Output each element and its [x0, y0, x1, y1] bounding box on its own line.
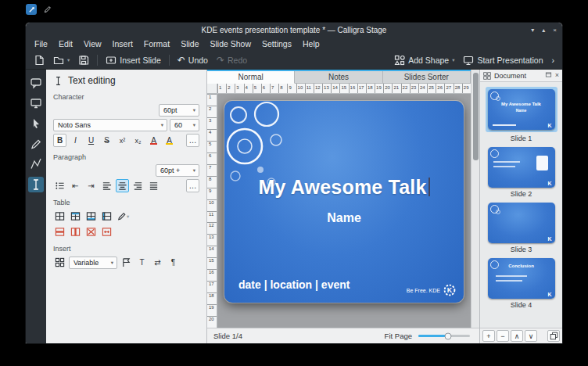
insert-table-button[interactable] — [53, 210, 66, 223]
menu-item[interactable]: Insert — [107, 39, 138, 48]
ruler-tick: 5 — [253, 84, 261, 93]
horizontal-ruler[interactable]: 1234567891011121314151617181920212223242… — [217, 84, 471, 93]
polyline-tool[interactable] — [28, 156, 44, 172]
strikethrough-button[interactable]: S — [100, 134, 113, 147]
slideshow-tool[interactable] — [28, 95, 44, 111]
selection-tool[interactable] — [28, 116, 44, 131]
slide-thumbnail-1[interactable]: My Awesome Talk Name K Slide 1 — [486, 87, 558, 142]
thumbnail-preview[interactable]: K — [488, 203, 555, 243]
close-button[interactable]: × — [553, 27, 557, 34]
insert-bookmark-button[interactable] — [120, 256, 133, 269]
add-slide-button[interactable]: + — [482, 330, 495, 342]
slide-thumbnail-3[interactable]: K Slide 3 — [488, 203, 555, 253]
align-justify-button[interactable] — [147, 179, 160, 192]
subscript-button[interactable]: x₂ — [131, 134, 145, 147]
duplicate-slide-button[interactable] — [547, 330, 560, 342]
delete-row-button[interactable] — [53, 225, 66, 239]
menu-item[interactable]: View — [78, 39, 107, 48]
start-presentation-button[interactable]: Start Presentation — [460, 53, 546, 67]
align-right-button[interactable] — [131, 179, 145, 192]
insert-column-left-button[interactable] — [100, 210, 113, 223]
italic-button[interactable]: I — [69, 134, 82, 147]
docker-float-button[interactable] — [545, 71, 552, 80]
paragraph-size-combo[interactable]: 60pt + ▾ — [156, 164, 199, 177]
variable-combo[interactable]: Variable ▾ — [69, 257, 117, 269]
scrollbar-thumb[interactable] — [473, 73, 479, 160]
zoom-mode-label[interactable]: Fit Page — [385, 332, 412, 340]
undo-button[interactable]: ↶ Undo — [174, 54, 211, 66]
view-tab[interactable]: Slides Sorter — [383, 71, 471, 84]
merge-cells-button[interactable] — [100, 225, 113, 239]
zoom-slider-handle[interactable] — [445, 332, 452, 339]
font-family-combo[interactable]: Noto Sans ▾ — [53, 119, 167, 131]
slide-title-text[interactable]: My Awesome Talk — [224, 176, 464, 199]
insert-row-above-button[interactable] — [69, 210, 82, 223]
desktop-app-icon[interactable] — [26, 4, 37, 15]
vertical-ruler[interactable]: 1234567891011121314151617181920 — [207, 94, 217, 328]
thumbnail-preview[interactable]: My Awesome Talk Name K — [488, 89, 555, 130]
move-slide-up-button[interactable]: ∧ — [511, 330, 523, 342]
menu-item[interactable]: Edit — [53, 39, 78, 48]
save-button[interactable] — [75, 53, 92, 67]
add-shape-button[interactable]: Add Shape ▾ — [391, 53, 457, 67]
insert-swap-button[interactable]: ⇄ — [151, 256, 164, 269]
table-borders-button[interactable]: ▾ — [116, 210, 130, 223]
align-center-button[interactable] — [116, 179, 129, 192]
bold-button[interactable]: B — [53, 134, 66, 147]
insert-row-below-button[interactable] — [84, 210, 98, 223]
new-document-button[interactable] — [30, 53, 48, 67]
menu-item[interactable]: Help — [297, 39, 325, 48]
title-bar[interactable]: KDE events presentation template * — Cal… — [26, 23, 562, 37]
view-tab[interactable]: Normal — [207, 71, 295, 84]
redo-button[interactable]: ↷ Redo — [213, 54, 250, 66]
remove-slide-button[interactable]: − — [497, 330, 509, 342]
underline-button[interactable]: U — [84, 134, 98, 147]
character-size-combo[interactable]: 60pt ▾ — [159, 104, 199, 117]
slide-thumbnail-2[interactable]: K Slide 2 — [488, 147, 555, 198]
minimize-button[interactable]: ▾ — [531, 27, 534, 34]
list-style-button[interactable] — [53, 179, 66, 192]
vertical-scrollbar[interactable] — [471, 70, 479, 328]
docker-header[interactable]: Document × — [480, 70, 562, 82]
text-color-button[interactable]: A — [147, 134, 160, 147]
docker-close-button[interactable]: × — [555, 72, 559, 79]
move-slide-down-button[interactable]: ∨ — [525, 330, 537, 342]
highlight-color-button[interactable]: A — [163, 134, 176, 147]
toolbar-overflow-button[interactable]: › — [549, 54, 558, 66]
zoom-slider[interactable] — [418, 335, 470, 337]
delete-table-button[interactable] — [84, 225, 98, 239]
slide-thumbnail-4[interactable]: Conclusion K Slide 4 — [488, 258, 555, 309]
menu-item[interactable]: File — [29, 39, 53, 48]
view-tab[interactable]: Notes — [295, 71, 382, 84]
menu-item[interactable]: Format — [138, 39, 175, 48]
callout-shape-tool[interactable] — [28, 75, 44, 91]
slide-canvas[interactable]: My Awesome Talk Name date | location | e… — [217, 94, 471, 328]
pen-tool[interactable] — [28, 136, 44, 152]
ruler-tick: 24 — [418, 84, 427, 93]
menu-item[interactable]: Slide Show — [204, 39, 256, 48]
text-editing-tool[interactable] — [28, 177, 44, 192]
increase-indent-button[interactable]: ⇥ — [84, 179, 98, 192]
insert-paragraph-button[interactable]: ¶ — [167, 256, 180, 269]
slide-footer-text[interactable]: date | location | event — [238, 278, 350, 291]
paragraph-more-button[interactable]: … — [186, 179, 199, 192]
insert-object-button[interactable] — [53, 256, 66, 269]
open-document-button[interactable]: ▾ — [50, 53, 73, 67]
insert-text-button[interactable]: T — [135, 256, 149, 269]
desktop-pencil-icon[interactable] — [41, 4, 52, 15]
decrease-indent-button[interactable]: ⇤ — [69, 179, 82, 192]
slide-editor[interactable]: My Awesome Talk Name date | location | e… — [224, 101, 464, 303]
thumbnail-preview[interactable]: Conclusion K — [488, 258, 555, 299]
superscript-button[interactable]: x² — [116, 134, 129, 147]
maximize-button[interactable]: ▴ — [542, 27, 545, 34]
character-more-button[interactable]: … — [186, 134, 199, 147]
font-size-combo[interactable]: 60 ▾ — [170, 119, 199, 131]
align-left-button[interactable] — [100, 179, 113, 192]
slide-subtitle-text[interactable]: Name — [224, 211, 464, 225]
delete-column-button[interactable] — [69, 225, 82, 239]
insert-slide-button[interactable]: Insert Slide — [102, 53, 164, 67]
ruler-tick: 18 — [366, 84, 375, 93]
menu-item[interactable]: Settings — [256, 39, 297, 48]
thumbnail-preview[interactable]: K — [488, 147, 555, 188]
menu-item[interactable]: Slide — [175, 39, 204, 48]
